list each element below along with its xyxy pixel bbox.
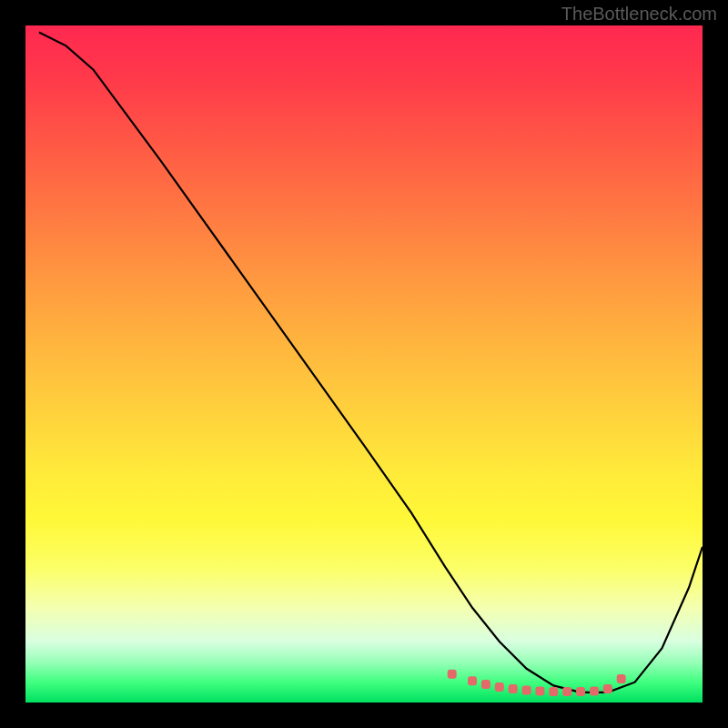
plot-area (25, 25, 703, 703)
gradient-background (25, 25, 703, 703)
watermark-text: TheBottleneck.com (561, 4, 717, 25)
